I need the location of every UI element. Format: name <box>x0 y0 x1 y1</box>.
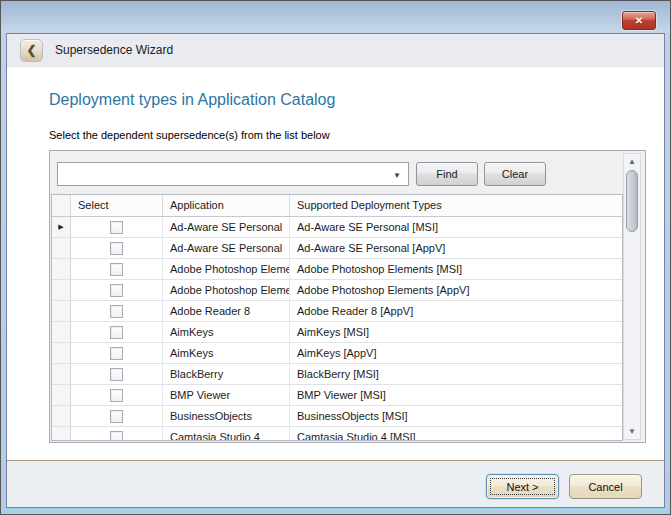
supersedence-table: Select Application Supported Deployment … <box>51 194 623 441</box>
application-cell: BusinessObjects <box>163 406 290 426</box>
deployment-type-cell: AimKeys [AppV] <box>290 343 622 363</box>
application-cell: Adobe Reader 8 <box>163 301 290 321</box>
next-button[interactable]: Next > <box>486 474 559 499</box>
close-icon: ✕ <box>635 15 643 26</box>
deployment-type-cell: BusinessObjects [MSI] <box>290 406 622 426</box>
row-header-column <box>52 195 71 216</box>
vertical-scrollbar[interactable]: ▲ ▼ <box>623 153 641 440</box>
select-checkbox[interactable] <box>110 221 123 234</box>
deployment-type-cell: Adobe Reader 8 [AppV] <box>290 301 622 321</box>
row-indicator <box>52 301 71 321</box>
table-header-row: Select Application Supported Deployment … <box>52 195 622 217</box>
client-area: ❮ Supersedence Wizard Deployment types i… <box>6 33 665 508</box>
application-cell: Ad-Aware SE Personal <box>163 217 290 237</box>
select-checkbox[interactable] <box>110 347 123 360</box>
deployment-type-cell: AimKeys [MSI] <box>290 322 622 342</box>
application-cell: Adobe Photoshop Elements <box>163 259 290 279</box>
deployment-type-cell: BlackBerry [MSI] <box>290 364 622 384</box>
wizard-title: Supersedence Wizard <box>55 43 173 57</box>
column-header-application[interactable]: Application <box>163 195 290 216</box>
scrollbar-thumb[interactable] <box>626 170 638 232</box>
next-button-label: Next > <box>506 481 538 493</box>
row-indicator: ▶ <box>52 217 71 237</box>
row-indicator <box>52 406 71 426</box>
deployment-type-cell: Adobe Photoshop Elements [AppV] <box>290 280 622 300</box>
table-row[interactable]: AimKeys AimKeys [MSI] <box>52 322 622 343</box>
titlebar: ✕ <box>1 1 670 33</box>
application-cell: AimKeys <box>163 343 290 363</box>
deployment-type-cell: BMP Viewer [MSI] <box>290 385 622 405</box>
table-row[interactable]: Adobe Photoshop Elements Adobe Photoshop… <box>52 259 622 280</box>
back-icon: ❮ <box>26 43 36 57</box>
select-cell <box>71 238 163 258</box>
cancel-button[interactable]: Cancel <box>569 474 642 499</box>
row-indicator <box>52 343 71 363</box>
select-checkbox[interactable] <box>110 263 123 276</box>
select-cell <box>71 343 163 363</box>
deployment-type-cell: Camtasia Studio 4 [MSI] <box>290 427 622 441</box>
instruction-text: Select the dependent supersedence(s) fro… <box>49 129 330 141</box>
select-checkbox[interactable] <box>110 242 123 255</box>
close-button[interactable]: ✕ <box>622 11 656 30</box>
select-checkbox[interactable] <box>110 368 123 381</box>
row-indicator <box>52 385 71 405</box>
select-cell <box>71 427 163 441</box>
application-cell: Adobe Photoshop Elements <box>163 280 290 300</box>
row-indicator <box>52 280 71 300</box>
column-header-select[interactable]: Select <box>71 195 163 216</box>
chevron-down-icon[interactable]: ▼ <box>393 171 401 180</box>
table-row[interactable]: Ad-Aware SE Personal Ad-Aware SE Persona… <box>52 238 622 259</box>
table-body: ▶ Ad-Aware SE Personal Ad-Aware SE Perso… <box>52 217 622 441</box>
scroll-up-icon[interactable]: ▲ <box>624 154 640 169</box>
table-row[interactable]: Camtasia Studio 4 Camtasia Studio 4 [MSI… <box>52 427 622 441</box>
select-checkbox[interactable] <box>110 431 123 442</box>
wizard-header: ❮ Supersedence Wizard <box>7 34 664 67</box>
column-header-deployment-types[interactable]: Supported Deployment Types <box>290 195 622 216</box>
select-cell <box>71 406 163 426</box>
wizard-window: ✕ ❮ Supersedence Wizard Deployment types… <box>0 0 671 515</box>
back-button[interactable]: ❮ <box>20 39 43 62</box>
application-cell: Ad-Aware SE Personal <box>163 238 290 258</box>
select-checkbox[interactable] <box>110 305 123 318</box>
supersedence-list-panel: ▼ Find Clear Select Application Supporte… <box>49 150 646 443</box>
table-row[interactable]: Adobe Reader 8 Adobe Reader 8 [AppV] <box>52 301 622 322</box>
select-cell <box>71 280 163 300</box>
table-row[interactable]: BMP Viewer BMP Viewer [MSI] <box>52 385 622 406</box>
row-indicator <box>52 364 71 384</box>
deployment-type-cell: Ad-Aware SE Personal [MSI] <box>290 217 622 237</box>
select-cell <box>71 259 163 279</box>
application-cell: AimKeys <box>163 322 290 342</box>
page-title: Deployment types in Application Catalog <box>49 91 335 109</box>
row-indicator <box>52 427 71 441</box>
select-checkbox[interactable] <box>110 326 123 339</box>
select-checkbox[interactable] <box>110 410 123 423</box>
select-cell <box>71 322 163 342</box>
row-indicator <box>52 238 71 258</box>
row-indicator <box>52 322 71 342</box>
select-cell <box>71 364 163 384</box>
clear-button[interactable]: Clear <box>484 162 546 186</box>
table-row[interactable]: BusinessObjects BusinessObjects [MSI] <box>52 406 622 427</box>
row-indicator <box>52 259 71 279</box>
footer-bar: Next > Cancel <box>7 460 664 507</box>
select-cell <box>71 385 163 405</box>
table-row[interactable]: Adobe Photoshop Elements Adobe Photoshop… <box>52 280 622 301</box>
select-cell <box>71 217 163 237</box>
table-row[interactable]: ▶ Ad-Aware SE Personal Ad-Aware SE Perso… <box>52 217 622 238</box>
application-cell: Camtasia Studio 4 <box>163 427 290 441</box>
scroll-down-icon[interactable]: ▼ <box>624 424 640 439</box>
deployment-type-cell: Adobe Photoshop Elements [MSI] <box>290 259 622 279</box>
table-row[interactable]: AimKeys AimKeys [AppV] <box>52 343 622 364</box>
cancel-button-label: Cancel <box>588 481 622 493</box>
table-row[interactable]: BlackBerry BlackBerry [MSI] <box>52 364 622 385</box>
filter-input[interactable] <box>59 164 388 184</box>
filter-combobox[interactable]: ▼ <box>57 162 409 186</box>
select-checkbox[interactable] <box>110 389 123 402</box>
find-button[interactable]: Find <box>416 162 478 186</box>
application-cell: BMP Viewer <box>163 385 290 405</box>
select-checkbox[interactable] <box>110 284 123 297</box>
application-cell: BlackBerry <box>163 364 290 384</box>
deployment-type-cell: Ad-Aware SE Personal [AppV] <box>290 238 622 258</box>
select-cell <box>71 301 163 321</box>
